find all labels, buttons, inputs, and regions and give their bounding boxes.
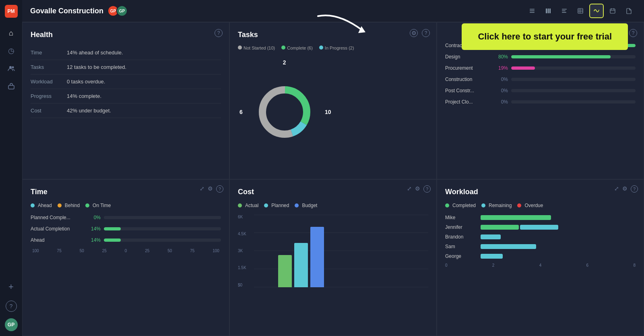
workload-title: Workload	[445, 188, 636, 196]
avatar-2[interactable]: GP	[116, 5, 128, 17]
tasks-detail-help-button[interactable]: ?	[629, 29, 637, 37]
tool-chart-button[interactable]	[589, 4, 604, 18]
workload-row: Mike	[445, 215, 636, 220]
task-bar-track	[511, 66, 636, 70]
time-title: Time	[31, 188, 221, 196]
workload-legend-item: Overdue	[517, 203, 543, 208]
sidebar-item-people[interactable]	[4, 61, 19, 76]
task-bar-pct: 0%	[493, 99, 508, 105]
app-logo[interactable]: PM	[5, 5, 18, 18]
task-bar-fill	[511, 55, 611, 58]
task-bar-label: Post Constr...	[445, 88, 489, 93]
user-avatar[interactable]: GP	[5, 318, 18, 331]
workload-rows: Mike Jennifer Brandon Sam George	[445, 215, 636, 259]
tool-doc-button[interactable]	[621, 4, 636, 18]
workload-bars	[481, 215, 551, 220]
svg-rect-8	[549, 8, 551, 13]
health-value: 14% complete.	[67, 89, 221, 104]
workload-bar-remaining	[481, 244, 536, 249]
task-bar-track	[511, 78, 636, 81]
cost-legend: ActualPlannedBudget	[238, 203, 428, 208]
health-value: 42% under budget.	[67, 104, 221, 118]
tool-cols-button[interactable]	[541, 4, 555, 18]
tasks-settings-button[interactable]: ⚙	[410, 29, 418, 37]
cost-bars	[278, 227, 324, 287]
workload-bar-completed	[481, 215, 551, 220]
tool-table-button[interactable]	[573, 4, 588, 18]
time-row-label: Planned Comple...	[31, 215, 83, 220]
sidebar-add-button[interactable]: +	[4, 280, 19, 294]
workload-person-name: George	[445, 253, 477, 259]
time-row-track	[104, 239, 221, 242]
cost-help-icon[interactable]: ?	[423, 185, 431, 193]
time-row-pct: 0%	[86, 215, 101, 220]
tool-calendar-button[interactable]	[605, 4, 620, 18]
health-row: Cost42% under budget.	[31, 104, 221, 118]
time-expand-icon[interactable]: ⤢	[200, 185, 204, 193]
time-row-track	[104, 216, 221, 219]
cost-expand-icon[interactable]: ⤢	[407, 185, 412, 193]
task-bar-row: Project Clo... 0%	[445, 99, 636, 105]
workload-bar-completed	[481, 225, 519, 230]
cost-chart-area: 6K4.5K3K1.5K$0	[238, 215, 428, 295]
time-help-icon[interactable]: ?	[216, 185, 223, 193]
health-table: Time14% ahead of schedule.Tasks12 tasks …	[31, 46, 221, 118]
tasks-help-button[interactable]: ?	[422, 29, 430, 37]
workload-legend-item: Completed	[445, 203, 476, 208]
sidebar-item-home[interactable]: ⌂	[4, 26, 19, 40]
arrow-overlay	[306, 8, 386, 41]
tool-align-button[interactable]	[557, 4, 572, 18]
sidebar-item-time[interactable]: ◷	[4, 44, 19, 58]
workload-person-name: Brandon	[445, 234, 477, 240]
svg-rect-5	[530, 12, 535, 13]
workload-person-name: Mike	[445, 215, 477, 220]
svg-rect-16	[610, 9, 615, 13]
cost-legend-item: Planned	[264, 203, 289, 208]
workload-help-icon[interactable]: ?	[631, 185, 638, 193]
free-trial-banner[interactable]: Click here to start your free trial	[462, 23, 628, 50]
workload-row: George	[445, 253, 636, 259]
workload-person-name: Jennifer	[445, 224, 477, 230]
health-panel: Health ? Time14% ahead of schedule.Tasks…	[22, 22, 229, 179]
tool-list-button[interactable]	[525, 4, 539, 18]
cost-settings-icon[interactable]: ⚙	[415, 185, 420, 193]
workload-row: Brandon	[445, 234, 636, 240]
svg-rect-2	[8, 85, 14, 89]
health-row: Tasks12 tasks to be completed.	[31, 60, 221, 75]
svg-rect-12	[578, 8, 583, 13]
main-content: Health ? Time14% ahead of schedule.Tasks…	[22, 22, 644, 336]
time-row: Planned Comple... 0%	[31, 215, 221, 220]
time-row-label: Actual Completion	[31, 226, 83, 232]
task-bar-row: Procurement 19%	[445, 65, 636, 71]
cost-bar-planned	[294, 243, 308, 287]
task-bar-pct: 0%	[493, 77, 508, 82]
time-settings-icon[interactable]: ⚙	[208, 185, 213, 193]
workload-bars	[481, 244, 536, 249]
cost-bar-actual	[278, 255, 292, 287]
header-tools	[525, 4, 636, 18]
workload-legend-item: Remaining	[481, 203, 512, 208]
svg-point-0	[9, 66, 12, 68]
cost-title: Cost	[238, 188, 428, 196]
time-panel: Time ⤢ ⚙ ? AheadBehindOn Time Planned Co…	[22, 179, 229, 336]
svg-rect-11	[562, 12, 566, 13]
task-legend-item: Not Started (10)	[238, 46, 275, 50]
health-value: 12 tasks to be completed.	[67, 60, 221, 75]
time-panel-icons: ⤢ ⚙ ?	[200, 185, 223, 193]
workload-panel: Workload ⤢ ⚙ ? CompletedRemainingOverdue…	[437, 179, 644, 336]
svg-rect-6	[546, 8, 547, 13]
workload-panel-icons: ⤢ ⚙ ?	[614, 185, 638, 193]
workload-settings-icon[interactable]: ⚙	[622, 185, 627, 193]
sidebar-help-button[interactable]: ?	[6, 301, 17, 312]
workload-bar-remaining	[481, 234, 501, 239]
health-help-button[interactable]: ?	[215, 29, 223, 37]
task-bar-track	[511, 55, 636, 58]
health-row: Progress14% complete.	[31, 89, 221, 104]
health-value: 0 tasks overdue.	[67, 75, 221, 89]
sidebar-item-briefcase[interactable]	[4, 79, 19, 93]
time-row-fill	[104, 227, 121, 230]
workload-expand-icon[interactable]: ⤢	[614, 185, 619, 193]
time-row: Actual Completion 14%	[31, 226, 221, 232]
svg-point-1	[12, 66, 14, 68]
workload-axis: 02468	[445, 263, 636, 268]
